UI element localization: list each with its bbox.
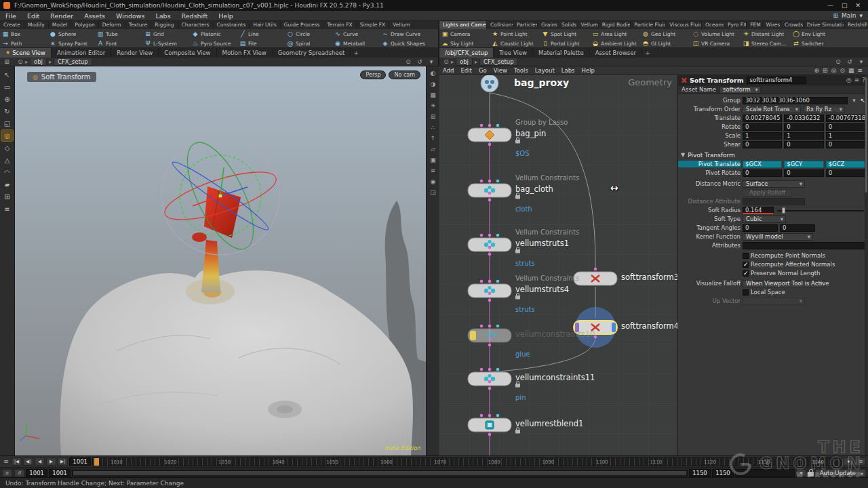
pivot-rotate-z-field[interactable]: 0 (826, 169, 865, 177)
preserve-normal-length-checkbox[interactable] (743, 270, 749, 277)
apply-rolloff-button[interactable]: Apply Rolloff (743, 189, 792, 197)
transport-button[interactable]: ▶| (58, 458, 68, 466)
viewport-display-toggle[interactable]: ◑ (429, 79, 438, 88)
playbar-range-button[interactable]: ↺ (14, 469, 24, 477)
shelf-tool[interactable]: ▥Tube (95, 29, 142, 39)
shelf-tab[interactable]: Vellum (389, 21, 414, 29)
shelf-tool[interactable]: ☀Distant Light (741, 29, 791, 39)
pathbar-icon[interactable]: ↺ (416, 58, 424, 65)
soft-type-dropdown[interactable]: Cubic (743, 216, 786, 223)
timeline-ruler[interactable]: 1010102010301040105010601070108010901100… (92, 458, 842, 466)
shelf-tool[interactable]: ▭Area Light (590, 29, 640, 39)
pane-tab[interactable]: ★Geometry Spreadsheet (273, 48, 351, 58)
rotate-x-field[interactable]: 0 (743, 123, 782, 131)
viewport-display-toggle[interactable]: ▦ (429, 90, 438, 99)
scale-z-field[interactable]: 1 (826, 132, 865, 140)
shelf-tool[interactable]: ★Point Light (490, 29, 540, 39)
recompute-affected-normals-checkbox[interactable] (743, 262, 749, 268)
shelf-tool[interactable]: ◒Ambient Light (590, 39, 640, 47)
shelf-tab[interactable]: Hair Utils (250, 21, 280, 29)
pivot-rotate-x-field[interactable]: 0 (743, 169, 782, 177)
pathbar-icon[interactable]: ↺ (846, 58, 854, 65)
shelf-tab[interactable]: Crowds (781, 21, 804, 29)
network-toolbar-icon[interactable]: ▦ (848, 67, 854, 74)
shelf-tool[interactable]: ◈Quick Shapes (380, 39, 427, 47)
menu-item[interactable]: Assets (79, 12, 111, 20)
transport-button[interactable]: ◀ (35, 458, 45, 466)
node-body-vellumstruts1[interactable] (468, 238, 511, 251)
menu-item[interactable]: Help (213, 12, 239, 20)
network-toolbar-icon[interactable]: ⊙ (840, 67, 845, 74)
pivot-translate-y-field[interactable]: $GCY (784, 161, 823, 168)
menu-item[interactable]: Redshift (176, 12, 214, 20)
node-body-vellumstruts4[interactable] (468, 284, 511, 298)
shelf-tab[interactable]: Rigid Bodies (599, 21, 631, 29)
shelf-tab[interactable]: Vellum (578, 21, 599, 29)
network-toolbar-icon[interactable]: ≡ (857, 67, 863, 74)
viewport-tool-button[interactable]: ◇ (1, 142, 13, 153)
playbar-option-button[interactable]: ≡ (856, 458, 866, 466)
shelf-tool[interactable]: @Spiral (285, 39, 332, 47)
shear-x-field[interactable]: 0 (743, 141, 782, 148)
scale-x-field[interactable]: 1 (743, 132, 782, 140)
shelf-tool[interactable]: ∗Spray Paint (47, 39, 95, 47)
pivot-translate-x-field[interactable]: $GCX (743, 161, 782, 168)
playback-start-field[interactable]: 1001 (49, 469, 71, 477)
shelf-tool[interactable]: ☁Sky Light (439, 39, 490, 47)
shelf-tab[interactable]: Texture (125, 21, 151, 29)
viewport-tool-button[interactable]: ≡ (1, 203, 13, 214)
shelf-tab[interactable]: Modify (24, 21, 49, 29)
shelf-tab[interactable]: Rigging (151, 21, 178, 29)
soft-radius-slider[interactable] (776, 207, 865, 214)
breadcrumb[interactable]: CFX_setup (54, 58, 92, 66)
network-menu-item[interactable]: Edit (457, 67, 475, 74)
shelf-tool[interactable]: ♨Pyro Source (190, 39, 237, 47)
shelf-tool[interactable]: ∼Draw Curve (380, 29, 427, 39)
shelf-tab[interactable]: Particle Fluids (631, 21, 666, 29)
scrollbar-thumb[interactable] (865, 77, 867, 192)
recompute-point-normals-checkbox[interactable] (743, 253, 749, 259)
pane-tab[interactable]: ★Animation Editor (52, 48, 111, 58)
shelf-tool[interactable]: ▤File (237, 39, 285, 47)
node-body-vellumrestblend1[interactable] (468, 418, 511, 432)
shelf-tab[interactable]: FEM (747, 21, 762, 29)
pathbar-icon[interactable]: ⊙ (834, 58, 842, 65)
pathbar-icon[interactable]: ▾ (427, 58, 435, 65)
shelf-tool[interactable]: ◫VR Camera (690, 39, 741, 47)
playbar-range-button[interactable]: ≡ (2, 469, 12, 477)
pane-tab[interactable]: ★Composite View (159, 48, 216, 58)
local-space-checkbox[interactable] (743, 289, 749, 296)
close-button[interactable]: ✕ (855, 2, 861, 9)
current-frame-field[interactable]: 1001 (69, 458, 91, 466)
viewport-tool-button[interactable]: ◎ (1, 130, 13, 141)
viewport-tool-button[interactable]: ↖ (1, 69, 13, 80)
shear-y-field[interactable]: 0 (784, 141, 823, 148)
shelf-tool[interactable]: ∿Curve (332, 29, 380, 39)
shelf-tool[interactable]: ○Circle (285, 29, 332, 39)
soft-radius-field[interactable]: 0.164 (743, 207, 774, 214)
global-end-field[interactable]: 1150 (712, 469, 734, 477)
viewport-tool-button[interactable]: ▰ (1, 179, 13, 190)
playbar-option-button[interactable]: ▾ (844, 458, 854, 466)
transform-order-dropdown[interactable]: Scale Rot Trans (743, 106, 801, 113)
pathbar-icon[interactable]: ▾ (857, 58, 865, 65)
visualize-falloff-dropdown[interactable]: When Viewport Tool is Active (743, 280, 825, 287)
tangent-angle-1-field[interactable]: 0 (743, 224, 778, 232)
pane-tab[interactable]: ★Render View (111, 48, 159, 58)
pane-tab[interactable]: Tree View (494, 48, 533, 58)
shelf-tool[interactable]: ╱Line (237, 29, 285, 39)
cook-mode-dropdown[interactable]: Auto Update (815, 469, 866, 477)
menu-item[interactable]: Labs (150, 12, 176, 20)
asset-name-dropdown[interactable]: softxform (719, 86, 761, 94)
desktop-selector[interactable]: Main (842, 12, 856, 19)
parameter-scrollbar[interactable] (865, 75, 868, 455)
viewport-display-toggle[interactable]: ▱ (429, 144, 438, 153)
shelf-tab[interactable]: Create (0, 21, 24, 29)
group-field[interactable]: 3032 3034 3036-3060 (743, 97, 848, 104)
playbar-grip[interactable]: ≡ (2, 458, 10, 465)
shelf-tool[interactable]: ◯Env Light (791, 29, 841, 39)
range-fill[interactable] (73, 471, 686, 475)
viewport-tool-button[interactable]: ◱ (1, 118, 13, 129)
node-body-bag_cloth[interactable] (468, 184, 511, 197)
attributes-field[interactable] (743, 242, 865, 249)
